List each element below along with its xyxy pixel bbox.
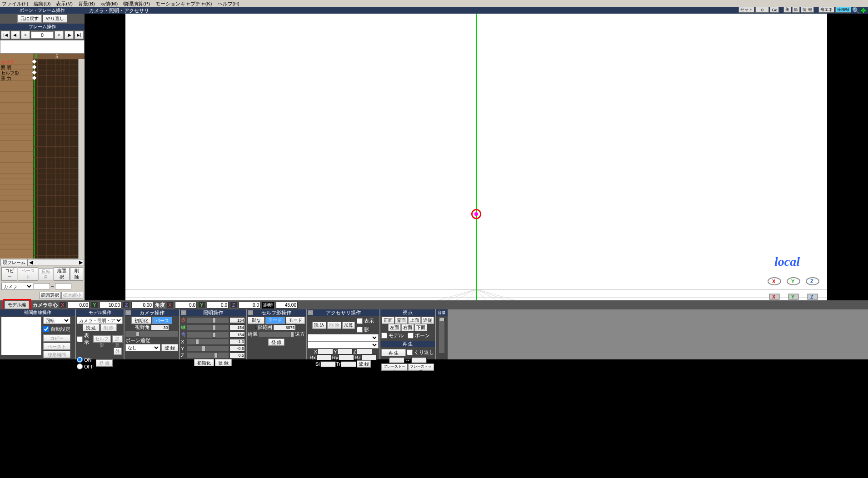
perspective-button[interactable]: パース <box>152 317 172 324</box>
axis-button[interactable]: 座標軸 <box>835 7 851 13</box>
ang-y-input[interactable] <box>207 302 229 309</box>
red-input[interactable] <box>229 317 245 323</box>
gizmo-move-y[interactable]: Y <box>786 290 801 300</box>
interp-linear-button[interactable]: 線形補間 <box>43 351 70 358</box>
ly-input[interactable] <box>229 346 245 352</box>
cam-x-input[interactable] <box>68 302 90 309</box>
menu-bg[interactable]: 背景(B) <box>78 0 95 7</box>
frame-prev-key-button[interactable]: ◀. <box>11 31 20 39</box>
frame-last-button[interactable]: ▶| <box>75 31 84 39</box>
interp-copy-button[interactable]: コピー <box>43 334 70 342</box>
track-gravity[interactable]: 重 力 <box>0 75 33 81</box>
frame-next-button[interactable]: > <box>55 31 64 39</box>
model-register-button[interactable]: 登 録 <box>96 359 113 367</box>
track-camera[interactable]: カメラ <box>0 59 33 65</box>
light-register-button[interactable]: 登 録 <box>215 359 232 366</box>
menu-view[interactable]: 表示(V) <box>56 0 73 7</box>
shadow-slider[interactable] <box>259 332 294 337</box>
acc-delete-button[interactable]: 削 除 <box>327 322 341 329</box>
acc-x-input[interactable] <box>318 349 333 354</box>
gizmo-rot-x[interactable]: X <box>767 275 782 288</box>
curr-frame-button[interactable]: 現フレーム <box>0 259 28 266</box>
shadow-register-button[interactable]: 登 録 <box>268 339 285 346</box>
track-light[interactable]: 照 明 <box>0 65 33 70</box>
timeline-scrollbar-h[interactable]: ◀▶ <box>28 259 84 265</box>
vselect-button[interactable]: 縦選択 <box>54 267 70 281</box>
acc-show-checkbox[interactable] <box>357 318 363 324</box>
green-input[interactable] <box>229 324 245 330</box>
collapse-icon[interactable]: − <box>248 310 253 315</box>
model-load-button[interactable]: 読 込 <box>83 324 100 331</box>
timeline[interactable]: カメラ 照 明 セルフ影 重 力 <box>0 59 85 259</box>
play-from-input[interactable] <box>389 357 404 363</box>
model-off-radio[interactable] <box>77 363 83 369</box>
selfshadow-toggle[interactable]: セルフ影 <box>93 335 111 343</box>
range-from-input[interactable] <box>34 283 50 289</box>
frame-prev-button[interactable]: < <box>21 31 30 39</box>
repeat-checkbox[interactable] <box>407 349 413 355</box>
copy-button[interactable]: コピー <box>1 267 17 281</box>
info-button[interactable]: 情 報 <box>801 7 814 13</box>
ly-slider[interactable] <box>187 346 229 351</box>
acc-register-button[interactable]: 登 録 <box>357 360 371 368</box>
mode1-button[interactable]: モード1 <box>265 317 284 324</box>
model-add-button[interactable]: 加算 <box>112 335 123 343</box>
view-left-button[interactable]: 左面 <box>388 324 401 331</box>
mode2-button[interactable]: モード2 <box>286 317 305 324</box>
noshadow-button[interactable]: 影なし <box>248 317 264 324</box>
menu-edit[interactable]: 編集(D) <box>34 0 50 7</box>
collapse-icon[interactable]: − <box>181 310 186 315</box>
undo-button[interactable]: 元に戻す <box>17 15 42 23</box>
collapse-icon[interactable]: − <box>308 310 313 315</box>
range-to-input[interactable] <box>55 283 71 289</box>
acc-z-input[interactable] <box>357 349 372 354</box>
acc-shadow-checkbox[interactable] <box>357 327 363 333</box>
lx-input[interactable] <box>229 339 245 345</box>
view-back-button[interactable]: 背面 <box>395 317 408 324</box>
lx-slider[interactable] <box>187 339 229 344</box>
model-select[interactable]: カメラ・照明・アクセサリ <box>77 317 123 324</box>
timeline-scrollbar-v[interactable] <box>78 59 85 259</box>
track-grid[interactable] <box>33 59 85 259</box>
camera-select[interactable]: カメラ <box>1 283 33 290</box>
paste-button[interactable]: ペースト <box>18 267 38 281</box>
acc-si-input[interactable] <box>320 361 336 367</box>
beauty-button[interactable]: 美 <box>783 7 791 13</box>
view-model-checkbox[interactable] <box>381 333 387 339</box>
set-number-input[interactable] <box>755 7 769 13</box>
acc-tr-input[interactable] <box>341 361 356 367</box>
acc-ry-input[interactable] <box>339 354 354 360</box>
view-top-button[interactable]: 上面 <box>408 317 421 324</box>
collapse-icon[interactable]: − <box>125 310 131 315</box>
view-right-button[interactable]: 右面 <box>401 324 414 331</box>
shadow-button[interactable]: 影 <box>792 7 800 13</box>
ang-z-input[interactable] <box>239 302 260 309</box>
move-icon[interactable]: ✥ <box>861 7 866 14</box>
camera-init-button[interactable]: 初期化 <box>131 317 151 324</box>
cam-y-input[interactable] <box>100 302 121 309</box>
frame-list[interactable] <box>0 40 85 54</box>
menu-physics[interactable]: 物理演算(P) <box>123 0 150 7</box>
bonetrack-select[interactable]: なし <box>125 344 160 351</box>
acc-bone-select[interactable] <box>308 341 379 349</box>
model-show-checkbox[interactable] <box>77 336 83 342</box>
green-slider[interactable] <box>187 325 229 330</box>
frame-next-key-button[interactable]: .▶ <box>65 31 74 39</box>
view-bone-checkbox[interactable] <box>408 333 414 339</box>
redo-button[interactable]: やり直し <box>43 15 67 23</box>
model-edit-button[interactable]: モデル編 <box>5 301 29 309</box>
delete-frame-button[interactable]: 削 除 <box>70 267 83 281</box>
frame-first-button[interactable]: |◀ <box>1 31 10 39</box>
gizmo-move-x[interactable]: X <box>767 290 782 300</box>
search-icon[interactable]: 🔍 <box>852 7 860 14</box>
menu-file[interactable]: ファイル(F) <box>2 0 28 7</box>
gizmo-rot-y[interactable]: Y <box>786 275 801 288</box>
acc-load-button[interactable]: 読 込 <box>312 322 326 329</box>
viewport-3d[interactable]: local X Y Z X Y Z <box>125 14 827 300</box>
red-slider[interactable] <box>187 318 229 323</box>
acc-y-input[interactable] <box>337 349 353 354</box>
light-init-button[interactable]: 初期化 <box>194 359 214 366</box>
go-button[interactable]: Go <box>770 7 779 13</box>
gizmo-move-z[interactable]: Z <box>805 290 820 300</box>
fov-slider[interactable] <box>125 331 178 337</box>
